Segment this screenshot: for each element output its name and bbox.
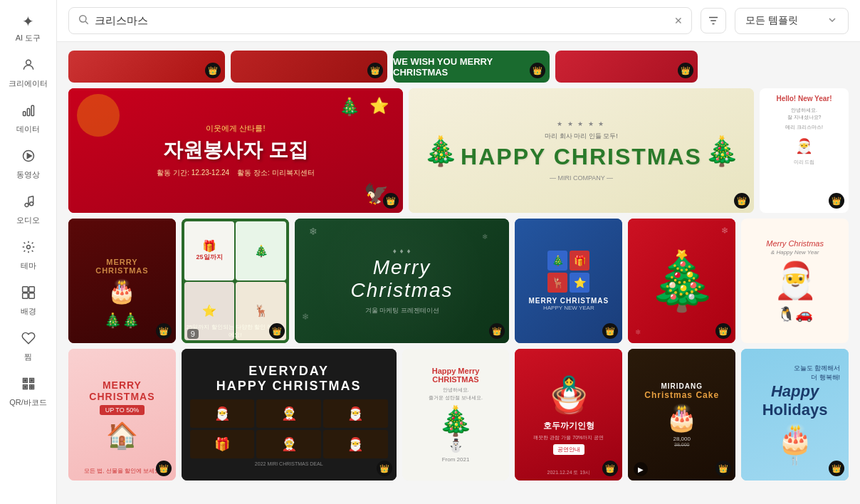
sidebar-item-theme[interactable]: 테마 [0, 234, 56, 277]
svg-rect-13 [22, 293, 28, 299]
like-icon [21, 331, 36, 349]
svg-point-26 [80, 16, 86, 22]
svg-rect-24 [29, 387, 31, 389]
sidebar-item-label: 오디오 [16, 215, 40, 226]
crown-badge: 👑 [829, 461, 844, 476]
svg-rect-18 [31, 379, 33, 382]
crown-badge: 👑 [734, 193, 750, 209]
crown-badge: 👑 [530, 63, 545, 78]
sidebar-item-like[interactable]: 찜 [0, 325, 56, 368]
crown-badge: 👑 [269, 323, 285, 339]
crown-badge: 👑 [678, 63, 693, 78]
main-content: ✕ 모든 템플릿 👑 👑 WE WISH YOU MERRY CHRISTMA [57, 0, 860, 504]
card-top-2[interactable]: 👑 [231, 51, 387, 83]
number-badge: 9 [187, 329, 199, 339]
svg-rect-20 [24, 386, 26, 388]
svg-rect-16 [24, 379, 26, 382]
sidebar-item-data[interactable]: 데이터 [0, 98, 56, 140]
qr-icon [21, 377, 36, 394]
sidebar-item-label: 데이터 [16, 124, 40, 135]
sidebar-item-audio[interactable]: 오디오 [0, 189, 56, 231]
sidebar-item-label: 동영상 [16, 169, 40, 180]
svg-rect-23 [32, 385, 34, 387]
sidebar-item-label: 테마 [21, 261, 36, 271]
svg-rect-14 [28, 293, 34, 299]
svg-rect-1 [23, 112, 25, 116]
filter-icon[interactable] [701, 8, 726, 33]
crown-badge: 👑 [715, 461, 731, 476]
card-everyday[interactable]: EVERYDAY HAPPY CHRISTMAS 🎅 🤶 🎅 🎁 🤶 🎅 202… [182, 349, 397, 481]
card-red-tree[interactable]: 🎄 ❄ ❄ 👑 [628, 219, 735, 343]
data-icon [21, 103, 36, 121]
sidebar-item-ai-tools[interactable]: ✦ AI 도구 [0, 7, 56, 49]
crown-badge: 👑 [367, 63, 383, 78]
video-icon [21, 149, 36, 167]
card-letter[interactable]: Hello! New Year! 안녕하세요. 잘 지내셨나요? 메리 크리스마… [760, 88, 849, 213]
card-volunteer[interactable]: 🎄 ⭐ 이웃에게 산타를! 자원봉사자 모집 활동 기간: 12.23-12.2… [68, 88, 403, 213]
template-dropdown[interactable]: 모든 템플릿 [735, 8, 849, 34]
crown-badge: 👑 [829, 193, 844, 209]
card-items-grid[interactable]: 🎁25일까지 🎄 ⭐ 🦌 25일까지 할인되는 다양한 할인 혜택이에요! 9 … [182, 219, 289, 343]
card-top-3[interactable]: WE WISH YOU MERRY CHRISTMAS 👑 [393, 51, 550, 83]
search-bar: ✕ 모든 템플릿 [57, 0, 860, 42]
svg-rect-11 [22, 287, 28, 293]
sidebar-item-label: QR/바코드 [9, 397, 47, 408]
sidebar-item-label: 찜 [24, 352, 32, 362]
svg-rect-3 [31, 105, 33, 115]
grid-area[interactable]: 👑 👑 WE WISH YOU MERRY CHRISTMAS 👑 👑 [57, 42, 860, 504]
crown-badge: 👑 [377, 461, 392, 476]
card-pink-house[interactable]: MERRY CHRISTMAS UP TO 50% 🏠 모든 법, 선물을 할인… [68, 349, 176, 481]
svg-rect-25 [32, 387, 34, 389]
clear-icon[interactable]: ✕ [674, 15, 683, 26]
svg-point-7 [29, 202, 33, 206]
svg-rect-22 [29, 385, 31, 387]
svg-point-10 [26, 246, 30, 249]
theme-icon [21, 240, 36, 258]
card-nutcracker[interactable]: 🪆 호두까기인형 깨끗한 관람 가을 70%까지 공연 공연안내 2021.12… [515, 349, 622, 481]
search-input[interactable] [95, 15, 668, 27]
sidebar-item-label: 배경 [21, 306, 36, 317]
audio-icon [21, 194, 36, 212]
search-icon [78, 14, 89, 28]
card-santa[interactable]: Merry Christmas & Happy New Year 🎅 🐧🚗 [741, 219, 849, 343]
svg-rect-2 [27, 109, 29, 116]
card-merry-blue[interactable]: 🎄 🎁 🦌 ⭐ MERRY CHRISTMAS HAPPY NEW YEAR 👑 [515, 219, 622, 343]
ai-tools-icon: ✦ [22, 13, 34, 30]
sidebar: ✦ AI 도구 크리에이터 데이터 동영상 오디오 테마 배경 [0, 0, 57, 504]
sidebar-item-creator[interactable]: 크리에이터 [0, 52, 56, 95]
background-icon [21, 285, 36, 303]
card-top-4[interactable]: 👑 [555, 51, 698, 83]
sidebar-item-qr[interactable]: QR/바코드 [0, 371, 56, 414]
template-dropdown-label: 모든 템플릿 [745, 14, 798, 27]
sidebar-item-video[interactable]: 동영상 [0, 143, 56, 186]
card-top-1[interactable]: 👑 [68, 51, 225, 83]
card-happy-merry[interactable]: Happy Merry CHRISTMAS 안녕하세요. 즐거운 성탄절 보내세… [402, 349, 510, 481]
crown-badge: 👑 [156, 323, 172, 339]
crown-badge: 👑 [205, 63, 221, 78]
sidebar-item-background[interactable]: 배경 [0, 280, 56, 322]
sidebar-item-label: 크리에이터 [9, 78, 48, 89]
card-holidays[interactable]: 오늘도 함께해서더 행복해! Happy Holidays 🎂 🍴 👑 [741, 349, 849, 481]
chevron-down-icon [827, 14, 838, 28]
crown-badge: 👑 [156, 461, 172, 476]
creator-icon [21, 58, 36, 75]
svg-marker-5 [27, 154, 31, 159]
card-christmas-cake[interactable]: MIRIDANG Christmas Cake 🎂 28,000 38,000 … [628, 349, 735, 481]
search-input-wrap[interactable]: ✕ [68, 7, 692, 34]
card-merry-green[interactable]: ❄ ❄ ❄ ❄ ♦ ♦ ♦ Merry Christmas 겨울 마케팅 프레젠… [295, 219, 510, 343]
svg-point-0 [26, 60, 31, 65]
crown-badge: 👑 [383, 193, 399, 209]
svg-line-27 [85, 21, 88, 24]
card-cake[interactable]: MERRY CHRISTMAS 🎂 🎄🎄 👑 [68, 219, 176, 343]
crown-badge: 👑 [715, 323, 731, 339]
svg-rect-12 [28, 287, 34, 293]
sidebar-item-label: AI 도구 [16, 33, 41, 43]
card-happy-christmas[interactable]: ★ ★ ★ ★ ★ 마리 회사 마리 인들 모두! HAPPY CHRISTMA… [409, 88, 754, 213]
